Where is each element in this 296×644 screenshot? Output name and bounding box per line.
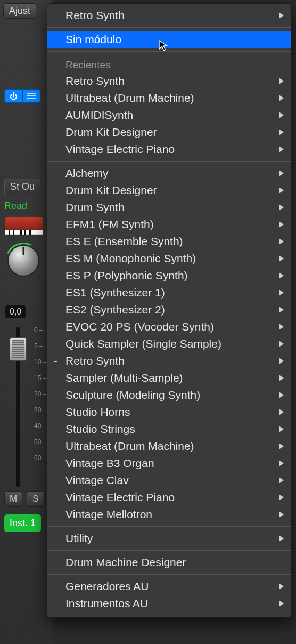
- menu-instrument-item[interactable]: Sampler (Multi-Sample): [47, 369, 291, 387]
- menu-item-label: Sin módulo: [65, 33, 121, 46]
- tick-label: 10 –: [34, 359, 46, 375]
- fader-cap[interactable]: [10, 337, 27, 361]
- menu-item-label: Sampler (Multi-Sample): [65, 372, 183, 384]
- menu-item-label: Drum Machine Designer: [65, 556, 186, 569]
- menu-instrument-item[interactable]: -Retro Synth: [47, 352, 291, 369]
- instrument-plugin-menu: Retro Synth Sin módulo Recientes Retro S…: [47, 3, 292, 618]
- current-indicator-icon: -: [54, 355, 57, 367]
- tick-label: 40 –: [34, 423, 46, 439]
- menu-item-label: Utility: [65, 532, 93, 545]
- tick-label: 20 –: [34, 391, 46, 407]
- menu-item-label: AUMIDISynth: [65, 109, 133, 122]
- menu-item-label: Drum Kit Designer: [65, 126, 157, 139]
- menu-instrument-item[interactable]: Vintage B3 Organ: [47, 455, 291, 472]
- menu-recent-item[interactable]: Vintage Electric Piano: [47, 141, 291, 158]
- menu-separator: [47, 574, 291, 575]
- menu-drum-machine-designer[interactable]: Drum Machine Designer: [47, 554, 291, 571]
- settings-button[interactable]: Ajust: [3, 3, 36, 19]
- menu-recent-item[interactable]: Ultrabeat (Drum Machine): [47, 90, 291, 107]
- menu-instrument-item[interactable]: Vintage Clav: [47, 472, 291, 489]
- menu-instrument-item[interactable]: Vintage Mellotron: [47, 506, 291, 523]
- menu-instrument-item[interactable]: ES2 (Synthesizer 2): [47, 301, 291, 318]
- menu-utility[interactable]: Utility: [47, 530, 291, 547]
- menu-instrument-item[interactable]: Alchemy: [47, 165, 291, 182]
- menu-instrument-item[interactable]: Vintage Electric Piano: [47, 489, 291, 506]
- menu-item-label: Studio Strings: [65, 423, 135, 436]
- instrument-slot-button[interactable]: Inst. 1: [4, 514, 41, 532]
- menu-item-label: Vintage B3 Organ: [65, 457, 154, 470]
- menu-item-label: Instrumentos AU: [65, 597, 148, 610]
- menu-instrument-item[interactable]: ES1 (Synthesizer 1): [47, 284, 291, 301]
- menu-item-label: Alchemy: [65, 167, 109, 180]
- menu-item-label: Quick Sampler (Single Sample): [65, 337, 221, 350]
- menu-item-label: Vintage Electric Piano: [65, 491, 175, 504]
- solo-button[interactable]: S: [27, 491, 45, 507]
- menu-instrument-item[interactable]: EVOC 20 PS (Vocoder Synth): [47, 318, 291, 335]
- menu-separator: [47, 161, 291, 162]
- menu-instrument-item[interactable]: ES P (Polyphonic Synth): [47, 267, 291, 284]
- menu-separator: [47, 51, 291, 52]
- menu-item-label: Vintage Clav: [65, 474, 129, 487]
- menu-item-label: ES2 (Synthesizer 2): [65, 303, 165, 316]
- menu-item-label: ES P (Polyphonic Synth): [65, 269, 188, 282]
- menu-separator: [47, 550, 291, 551]
- mute-button[interactable]: M: [4, 491, 22, 507]
- menu-item-label: Ultrabeat (Drum Machine): [65, 92, 194, 104]
- power-edit-toggle[interactable]: ⏻: [4, 89, 48, 103]
- menu-instrument-item[interactable]: EFM1 (FM Synth): [47, 216, 291, 233]
- tick-label: 15 –: [34, 375, 46, 391]
- tick-label: 60 –: [34, 455, 46, 471]
- menu-instrument-item[interactable]: Drum Kit Designer: [47, 182, 291, 199]
- menu-item-label: EVOC 20 PS (Vocoder Synth): [65, 320, 214, 333]
- menu-item-label: Retro Synth: [65, 355, 125, 367]
- fader-ticks: 0 –5 –10 –15 –20 –30 –40 –50 –60 –: [34, 327, 46, 471]
- menu-header-label: Recientes: [65, 59, 111, 71]
- tick-label: 30 –: [34, 407, 46, 423]
- menu-au-instruments[interactable]: Instrumentos AU: [47, 595, 291, 612]
- tick-label: 5 –: [34, 343, 46, 359]
- menu-item-label: Retro Synth: [65, 75, 125, 87]
- menu-item-label: ES1 (Synthesizer 1): [65, 286, 165, 299]
- menu-instrument-item[interactable]: Studio Horns: [47, 404, 291, 421]
- menu-item-label: Retro Synth: [65, 9, 125, 22]
- automation-mode-label[interactable]: Read: [0, 198, 53, 214]
- menu-instrument-item[interactable]: Studio Strings: [47, 421, 291, 438]
- menu-au-generators[interactable]: Generadores AU: [47, 578, 291, 595]
- menu-instrument-item[interactable]: ES M (Monophonic Synth): [47, 250, 291, 267]
- tick-label: 50 –: [34, 439, 46, 455]
- menu-separator: [47, 27, 291, 28]
- menu-item-label: Vintage Mellotron: [65, 508, 152, 521]
- menu-item-label: Vintage Electric Piano: [65, 143, 175, 156]
- tick-label: 0 –: [34, 327, 46, 343]
- menu-item-label: Drum Synth: [65, 201, 125, 214]
- instrument-icon: [5, 217, 43, 240]
- menu-item-label: Drum Kit Designer: [65, 184, 157, 197]
- menu-no-plugin[interactable]: Sin módulo: [47, 31, 291, 48]
- menu-item-label: ES M (Monophonic Synth): [65, 252, 196, 265]
- menu-instrument-item[interactable]: Ultrabeat (Drum Machine): [47, 438, 291, 455]
- menu-instrument-item[interactable]: Sculpture (Modeling Synth): [47, 387, 291, 404]
- menu-item-label: Generadores AU: [65, 580, 149, 593]
- pan-knob[interactable]: [7, 245, 39, 277]
- fader-value[interactable]: 0,0: [5, 305, 26, 318]
- menu-separator: [47, 526, 291, 527]
- menu-instrument-item[interactable]: ES E (Ensemble Synth): [47, 233, 291, 250]
- sliders-icon[interactable]: [22, 89, 40, 103]
- menu-current-plugin[interactable]: Retro Synth: [47, 7, 291, 24]
- menu-item-label: Sculpture (Modeling Synth): [65, 389, 200, 401]
- menu-recent-item[interactable]: Drum Kit Designer: [47, 124, 291, 141]
- menu-item-label: Ultrabeat (Drum Machine): [65, 440, 194, 453]
- menu-item-label: Studio Horns: [65, 406, 130, 418]
- power-icon[interactable]: ⏻: [4, 89, 22, 103]
- menu-instrument-item[interactable]: Drum Synth: [47, 199, 291, 216]
- menu-recents-header: Recientes: [47, 55, 291, 73]
- output-button[interactable]: St Ou: [4, 179, 40, 195]
- menu-recent-item[interactable]: AUMIDISynth: [47, 107, 291, 124]
- menu-instrument-item[interactable]: Quick Sampler (Single Sample): [47, 335, 291, 352]
- menu-item-label: ES E (Ensemble Synth): [65, 235, 183, 248]
- menu-item-label: EFM1 (FM Synth): [65, 218, 154, 231]
- menu-recent-item[interactable]: Retro Synth: [47, 73, 291, 90]
